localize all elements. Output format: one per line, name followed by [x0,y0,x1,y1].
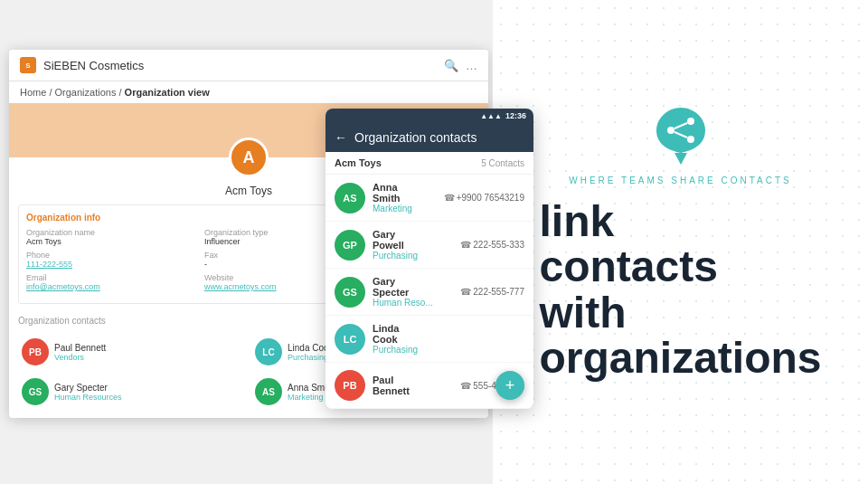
contact-info-2: Gary Specter Human Resources [54,383,242,402]
mobile-contact-item-3[interactable]: LC LindaCook Purchasing [326,316,533,363]
org-info-email-row: Email info@acmetoys.com Website www.acme… [26,273,373,291]
contact-avatar-1: LC [255,338,282,365]
mobile-contact-name-3: LindaCook [373,323,517,345]
org-info-title: Organization info [26,213,373,223]
breadcrumb-orgs[interactable]: Organizations [55,87,117,98]
mobile-contact-name-2: GarySpecter [373,276,453,298]
mobile-contacts-count: 5 Contacts [481,158,524,168]
breadcrumb-current: Organization view [125,87,210,98]
org-phone-value[interactable]: 111-222-555 [26,260,195,269]
org-name-value: Acm Toys [26,237,195,246]
contact-name-0: Paul Bennett [54,343,242,353]
mobile-contact-name-0: AnnaSmith [373,182,437,204]
org-info-phone-item: Phone 111-222-555 [26,251,195,269]
right-panel: WHERE TEAMS SHARE CONTACTS link contacts… [493,0,868,484]
mobile-contact-name-1: GaryPowell [373,229,453,251]
mobile-contact-phone-1: ☎222-555-333 [460,240,524,250]
mobile-contact-phone-0: ☎+9900 76543219 [444,193,524,203]
org-contacts-label: Organization contacts [18,316,106,326]
org-avatar: A [229,138,269,177]
mobile-subheader: Acm Toys 5 Contacts [326,152,533,175]
signal-icon: ▲▲▲ [480,112,502,120]
contact-card-2[interactable]: GS Gary Specter Human Resources [18,375,246,409]
mobile-contact-avatar-0: AS [335,183,365,214]
phone-icon-4: ☎ [460,381,471,391]
org-info-email-item: Email info@acmetoys.com [26,273,195,291]
org-name-label: Organization name [26,228,195,237]
mobile-contact-item-0[interactable]: AS AnnaSmith Marketing ☎+9900 76543219 [326,175,533,222]
mobile-contact-avatar-4: PB [335,370,365,401]
mobile-contact-dept-1: Purchasing [373,251,453,261]
contact-dept-0: Vendors [54,353,242,362]
mobile-header: ← Organization contacts [326,123,533,152]
mobile-contact-info-1: GaryPowell Purchasing [373,229,453,261]
contact-card-0[interactable]: PB Paul Bennett Vendors [18,335,246,369]
app-logo: S [20,57,36,73]
mobile-header-title: Organization contacts [354,130,524,145]
breadcrumb: Home / Organizations / Organization view [9,81,488,103]
mobile-contact-item-2[interactable]: GS GarySpecter Human Reso... ☎222-555-77… [326,269,533,316]
headline-line2: contacts [539,244,821,289]
org-info-phone-row: Phone 111-222-555 Fax - [26,251,373,269]
breadcrumb-home[interactable]: Home [20,87,46,98]
mobile-contact-phone-2: ☎222-555-777 [460,287,524,297]
headline: link contacts with organizations [539,199,821,382]
mobile-contact-dept-3: Purchasing [373,345,517,355]
phone-icon-0: ☎ [444,193,455,203]
org-info-name-row: Organization name Acm Toys Organization … [26,228,373,246]
mobile-contact-avatar-3: LC [335,324,365,355]
phone-icon-2: ☎ [460,287,471,297]
mobile-org-name: Acm Toys [335,157,382,168]
mobile-contact-dept-0: Marketing [373,204,437,214]
headline-line4: organizations [539,336,821,381]
svg-point-2 [687,136,694,143]
mobile-contact-info-4: PaulBennett [373,375,453,396]
org-info-name-item: Organization name Acm Toys [26,228,195,246]
back-icon[interactable]: ← [335,130,347,145]
org-email-value[interactable]: info@acmetoys.com [26,282,195,291]
app-title: SiEBEN Cosmetics [43,59,437,72]
headline-line3: with [539,290,821,336]
mobile-contact-name-4: PaulBennett [373,375,453,396]
search-icon[interactable]: 🔍 [444,59,458,72]
more-icon[interactable]: … [466,59,477,72]
window-controls: 🔍 … [444,59,477,72]
tagline: WHERE TEAMS SHARE CONTACTS [569,176,792,185]
mobile-panel: ▲▲▲ 12:36 ← Organization contacts Acm To… [326,109,533,409]
svg-point-0 [667,127,675,134]
headline-line1: link [539,199,821,244]
phone-icon-1: ☎ [460,240,471,250]
mobile-contact-avatar-1: GP [335,230,365,261]
mobile-contact-info-2: GarySpecter Human Reso... [373,276,453,308]
window-titlebar: S SiEBEN Cosmetics 🔍 … [9,50,488,81]
mobile-contact-avatar-2: GS [335,277,365,308]
mobile-contact-info-0: AnnaSmith Marketing [373,182,437,214]
status-time: 12:36 [505,111,526,120]
mobile-contact-item-1[interactable]: GP GaryPowell Purchasing ☎222-555-333 [326,222,533,269]
mobile-fab[interactable]: + [495,371,524,400]
mobile-contact-dept-2: Human Reso... [373,298,453,308]
contact-name-2: Gary Specter [54,383,242,393]
contact-dept-2: Human Resources [54,393,242,402]
contact-avatar-3: AS [255,378,282,405]
contact-info-0: Paul Bennett Vendors [54,343,242,362]
brand-icon [649,103,712,166]
svg-point-1 [687,118,694,125]
mobile-contact-info-3: LindaCook Purchasing [373,323,517,355]
right-content: WHERE TEAMS SHARE CONTACTS link contacts… [521,85,839,400]
contact-avatar-0: PB [22,338,49,365]
mobile-statusbar: ▲▲▲ 12:36 [326,109,533,123]
org-email-label: Email [26,273,195,282]
org-phone-label: Phone [26,251,195,260]
contact-avatar-2: GS [22,378,49,405]
